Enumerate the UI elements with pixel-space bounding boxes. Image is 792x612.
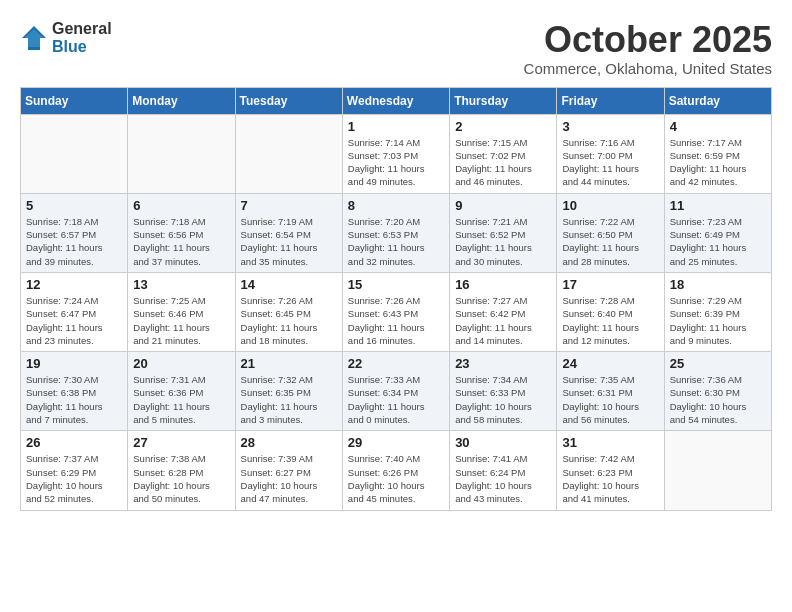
day-number: 22 [348,356,444,371]
logo-text: General Blue [52,20,112,55]
day-info: Sunrise: 7:23 AM Sunset: 6:49 PM Dayligh… [670,215,766,268]
day-info: Sunrise: 7:15 AM Sunset: 7:02 PM Dayligh… [455,136,551,189]
weekday-header-saturday: Saturday [664,87,771,114]
calendar-cell: 19Sunrise: 7:30 AM Sunset: 6:38 PM Dayli… [21,352,128,431]
calendar-cell: 17Sunrise: 7:28 AM Sunset: 6:40 PM Dayli… [557,272,664,351]
day-info: Sunrise: 7:16 AM Sunset: 7:00 PM Dayligh… [562,136,658,189]
calendar-cell: 22Sunrise: 7:33 AM Sunset: 6:34 PM Dayli… [342,352,449,431]
day-info: Sunrise: 7:29 AM Sunset: 6:39 PM Dayligh… [670,294,766,347]
day-number: 30 [455,435,551,450]
day-info: Sunrise: 7:32 AM Sunset: 6:35 PM Dayligh… [241,373,337,426]
day-number: 6 [133,198,229,213]
day-info: Sunrise: 7:41 AM Sunset: 6:24 PM Dayligh… [455,452,551,505]
calendar-cell: 4Sunrise: 7:17 AM Sunset: 6:59 PM Daylig… [664,114,771,193]
calendar-cell: 27Sunrise: 7:38 AM Sunset: 6:28 PM Dayli… [128,431,235,510]
weekday-header-row: SundayMondayTuesdayWednesdayThursdayFrid… [21,87,772,114]
day-number: 7 [241,198,337,213]
day-number: 9 [455,198,551,213]
calendar-cell [235,114,342,193]
weekday-header-sunday: Sunday [21,87,128,114]
day-info: Sunrise: 7:33 AM Sunset: 6:34 PM Dayligh… [348,373,444,426]
day-info: Sunrise: 7:37 AM Sunset: 6:29 PM Dayligh… [26,452,122,505]
weekday-header-tuesday: Tuesday [235,87,342,114]
calendar-cell: 15Sunrise: 7:26 AM Sunset: 6:43 PM Dayli… [342,272,449,351]
location-title: Commerce, Oklahoma, United States [524,60,772,77]
calendar-week-row: 26Sunrise: 7:37 AM Sunset: 6:29 PM Dayli… [21,431,772,510]
day-number: 5 [26,198,122,213]
calendar-cell: 25Sunrise: 7:36 AM Sunset: 6:30 PM Dayli… [664,352,771,431]
calendar-cell [21,114,128,193]
day-info: Sunrise: 7:19 AM Sunset: 6:54 PM Dayligh… [241,215,337,268]
day-number: 11 [670,198,766,213]
day-number: 13 [133,277,229,292]
day-info: Sunrise: 7:26 AM Sunset: 6:43 PM Dayligh… [348,294,444,347]
day-number: 4 [670,119,766,134]
day-number: 21 [241,356,337,371]
day-info: Sunrise: 7:14 AM Sunset: 7:03 PM Dayligh… [348,136,444,189]
day-info: Sunrise: 7:35 AM Sunset: 6:31 PM Dayligh… [562,373,658,426]
calendar-table: SundayMondayTuesdayWednesdayThursdayFrid… [20,87,772,511]
day-info: Sunrise: 7:22 AM Sunset: 6:50 PM Dayligh… [562,215,658,268]
logo-general: General [52,20,112,38]
calendar-cell: 20Sunrise: 7:31 AM Sunset: 6:36 PM Dayli… [128,352,235,431]
calendar-cell: 28Sunrise: 7:39 AM Sunset: 6:27 PM Dayli… [235,431,342,510]
calendar-cell: 3Sunrise: 7:16 AM Sunset: 7:00 PM Daylig… [557,114,664,193]
day-number: 31 [562,435,658,450]
calendar-cell: 7Sunrise: 7:19 AM Sunset: 6:54 PM Daylig… [235,193,342,272]
day-info: Sunrise: 7:26 AM Sunset: 6:45 PM Dayligh… [241,294,337,347]
calendar-cell: 2Sunrise: 7:15 AM Sunset: 7:02 PM Daylig… [450,114,557,193]
day-info: Sunrise: 7:31 AM Sunset: 6:36 PM Dayligh… [133,373,229,426]
day-number: 24 [562,356,658,371]
calendar-cell: 24Sunrise: 7:35 AM Sunset: 6:31 PM Dayli… [557,352,664,431]
calendar-cell: 23Sunrise: 7:34 AM Sunset: 6:33 PM Dayli… [450,352,557,431]
day-info: Sunrise: 7:34 AM Sunset: 6:33 PM Dayligh… [455,373,551,426]
day-number: 25 [670,356,766,371]
calendar-cell: 13Sunrise: 7:25 AM Sunset: 6:46 PM Dayli… [128,272,235,351]
calendar-cell [128,114,235,193]
day-number: 3 [562,119,658,134]
day-info: Sunrise: 7:25 AM Sunset: 6:46 PM Dayligh… [133,294,229,347]
weekday-header-monday: Monday [128,87,235,114]
day-number: 16 [455,277,551,292]
day-info: Sunrise: 7:30 AM Sunset: 6:38 PM Dayligh… [26,373,122,426]
calendar-cell: 10Sunrise: 7:22 AM Sunset: 6:50 PM Dayli… [557,193,664,272]
logo-blue: Blue [52,38,112,56]
month-title: October 2025 [524,20,772,60]
day-number: 8 [348,198,444,213]
day-info: Sunrise: 7:38 AM Sunset: 6:28 PM Dayligh… [133,452,229,505]
day-info: Sunrise: 7:42 AM Sunset: 6:23 PM Dayligh… [562,452,658,505]
day-number: 23 [455,356,551,371]
weekday-header-friday: Friday [557,87,664,114]
day-number: 19 [26,356,122,371]
weekday-header-thursday: Thursday [450,87,557,114]
day-info: Sunrise: 7:39 AM Sunset: 6:27 PM Dayligh… [241,452,337,505]
day-info: Sunrise: 7:20 AM Sunset: 6:53 PM Dayligh… [348,215,444,268]
day-info: Sunrise: 7:17 AM Sunset: 6:59 PM Dayligh… [670,136,766,189]
day-number: 20 [133,356,229,371]
calendar-week-row: 1Sunrise: 7:14 AM Sunset: 7:03 PM Daylig… [21,114,772,193]
calendar-cell: 8Sunrise: 7:20 AM Sunset: 6:53 PM Daylig… [342,193,449,272]
day-number: 2 [455,119,551,134]
svg-marker-1 [24,29,44,47]
day-info: Sunrise: 7:36 AM Sunset: 6:30 PM Dayligh… [670,373,766,426]
calendar-week-row: 19Sunrise: 7:30 AM Sunset: 6:38 PM Dayli… [21,352,772,431]
calendar-cell: 5Sunrise: 7:18 AM Sunset: 6:57 PM Daylig… [21,193,128,272]
day-info: Sunrise: 7:18 AM Sunset: 6:56 PM Dayligh… [133,215,229,268]
calendar-cell: 21Sunrise: 7:32 AM Sunset: 6:35 PM Dayli… [235,352,342,431]
weekday-header-wednesday: Wednesday [342,87,449,114]
day-number: 14 [241,277,337,292]
day-info: Sunrise: 7:24 AM Sunset: 6:47 PM Dayligh… [26,294,122,347]
day-number: 12 [26,277,122,292]
day-number: 1 [348,119,444,134]
page-header: General Blue October 2025 Commerce, Okla… [20,20,772,77]
calendar-cell [664,431,771,510]
day-number: 15 [348,277,444,292]
calendar-cell: 18Sunrise: 7:29 AM Sunset: 6:39 PM Dayli… [664,272,771,351]
day-info: Sunrise: 7:18 AM Sunset: 6:57 PM Dayligh… [26,215,122,268]
calendar-cell: 1Sunrise: 7:14 AM Sunset: 7:03 PM Daylig… [342,114,449,193]
day-number: 27 [133,435,229,450]
calendar-week-row: 5Sunrise: 7:18 AM Sunset: 6:57 PM Daylig… [21,193,772,272]
calendar-cell: 30Sunrise: 7:41 AM Sunset: 6:24 PM Dayli… [450,431,557,510]
title-block: October 2025 Commerce, Oklahoma, United … [524,20,772,77]
calendar-cell: 11Sunrise: 7:23 AM Sunset: 6:49 PM Dayli… [664,193,771,272]
